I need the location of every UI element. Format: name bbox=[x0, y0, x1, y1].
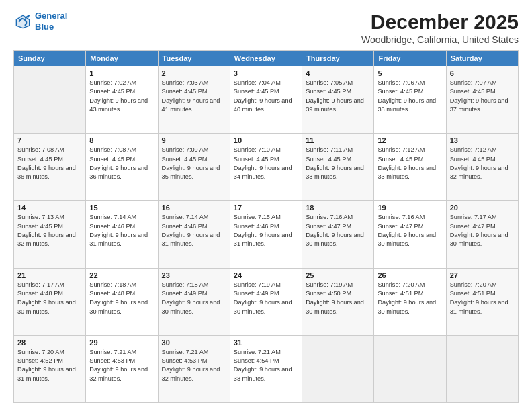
day-number: 21 bbox=[17, 271, 82, 279]
sunset: Sunset: 4:45 PM bbox=[378, 87, 442, 96]
day-number: 17 bbox=[234, 203, 298, 212]
table-row: 15 Sunrise: 7:14 AM Sunset: 4:46 PM Dayl… bbox=[86, 201, 158, 268]
day-number: 3 bbox=[234, 69, 298, 77]
main-title: December 2025 bbox=[361, 11, 519, 33]
calendar-header-row: Sunday Monday Tuesday Wednesday Thursday… bbox=[14, 51, 519, 66]
daylight: Daylight: 9 hours and 31 minutes. bbox=[450, 298, 515, 316]
logo-line2: Blue bbox=[35, 21, 54, 32]
sunset: Sunset: 4:53 PM bbox=[89, 357, 154, 365]
daylight: Daylight: 9 hours and 38 minutes. bbox=[378, 97, 442, 115]
sunrise: Sunrise: 7:13 AM bbox=[17, 213, 82, 222]
day-number: 10 bbox=[234, 136, 298, 144]
sunrise: Sunrise: 7:06 AM bbox=[378, 79, 442, 87]
day-info: Sunrise: 7:06 AM Sunset: 4:45 PM Dayligh… bbox=[378, 79, 442, 114]
sunrise: Sunrise: 7:18 AM bbox=[89, 281, 154, 289]
daylight: Daylight: 9 hours and 40 minutes. bbox=[234, 97, 298, 115]
sunrise: Sunrise: 7:11 AM bbox=[306, 146, 370, 154]
day-info: Sunrise: 7:21 AM Sunset: 4:53 PM Dayligh… bbox=[162, 348, 226, 383]
day-number: 2 bbox=[162, 69, 226, 77]
col-saturday: Saturday bbox=[446, 51, 518, 66]
table-row: 2 Sunrise: 7:03 AM Sunset: 4:45 PM Dayli… bbox=[158, 66, 230, 134]
col-wednesday: Wednesday bbox=[230, 51, 302, 66]
day-number: 22 bbox=[89, 271, 154, 279]
day-info: Sunrise: 7:08 AM Sunset: 4:45 PM Dayligh… bbox=[89, 146, 154, 181]
sunrise: Sunrise: 7:20 AM bbox=[450, 281, 515, 289]
daylight: Daylight: 9 hours and 30 minutes. bbox=[306, 231, 370, 249]
day-number: 15 bbox=[89, 203, 154, 212]
sunset: Sunset: 4:49 PM bbox=[234, 289, 298, 298]
sunrise: Sunrise: 7:17 AM bbox=[17, 281, 82, 289]
daylight: Daylight: 9 hours and 36 minutes. bbox=[17, 164, 82, 182]
day-info: Sunrise: 7:02 AM Sunset: 4:45 PM Dayligh… bbox=[89, 79, 154, 114]
col-tuesday: Tuesday bbox=[158, 51, 230, 66]
table-row: 20 Sunrise: 7:17 AM Sunset: 4:47 PM Dayl… bbox=[446, 201, 518, 268]
daylight: Daylight: 9 hours and 43 minutes. bbox=[89, 97, 154, 115]
table-row: 19 Sunrise: 7:16 AM Sunset: 4:47 PM Dayl… bbox=[374, 201, 446, 268]
daylight: Daylight: 9 hours and 33 minutes. bbox=[234, 365, 298, 383]
sunset: Sunset: 4:45 PM bbox=[306, 87, 370, 96]
sunset: Sunset: 4:45 PM bbox=[234, 87, 298, 96]
table-row: 18 Sunrise: 7:16 AM Sunset: 4:47 PM Dayl… bbox=[302, 201, 374, 268]
day-number: 9 bbox=[162, 136, 226, 144]
daylight: Daylight: 9 hours and 32 minutes. bbox=[89, 365, 154, 383]
daylight: Daylight: 9 hours and 32 minutes. bbox=[17, 231, 82, 249]
sunrise: Sunrise: 7:20 AM bbox=[378, 281, 442, 289]
table-row: 1 Sunrise: 7:02 AM Sunset: 4:45 PM Dayli… bbox=[86, 66, 158, 134]
daylight: Daylight: 9 hours and 31 minutes. bbox=[17, 365, 82, 383]
table-row bbox=[374, 335, 446, 402]
day-info: Sunrise: 7:03 AM Sunset: 4:45 PM Dayligh… bbox=[162, 79, 226, 114]
day-info: Sunrise: 7:19 AM Sunset: 4:49 PM Dayligh… bbox=[234, 281, 298, 316]
daylight: Daylight: 9 hours and 41 minutes. bbox=[162, 97, 226, 115]
sunrise: Sunrise: 7:12 AM bbox=[378, 146, 442, 154]
daylight: Daylight: 9 hours and 33 minutes. bbox=[378, 164, 442, 182]
day-number: 24 bbox=[234, 271, 298, 279]
day-info: Sunrise: 7:18 AM Sunset: 4:48 PM Dayligh… bbox=[89, 281, 154, 316]
sunrise: Sunrise: 7:12 AM bbox=[450, 146, 515, 154]
day-number: 8 bbox=[89, 136, 154, 144]
table-row: 11 Sunrise: 7:11 AM Sunset: 4:45 PM Dayl… bbox=[302, 134, 374, 201]
sunset: Sunset: 4:51 PM bbox=[450, 289, 515, 298]
day-info: Sunrise: 7:21 AM Sunset: 4:53 PM Dayligh… bbox=[89, 348, 154, 383]
daylight: Daylight: 9 hours and 37 minutes. bbox=[450, 97, 515, 115]
subtitle: Woodbridge, California, United States bbox=[361, 34, 519, 45]
daylight: Daylight: 9 hours and 35 minutes. bbox=[162, 164, 226, 182]
day-number: 27 bbox=[450, 271, 515, 279]
daylight: Daylight: 9 hours and 36 minutes. bbox=[89, 164, 154, 182]
sunrise: Sunrise: 7:04 AM bbox=[234, 79, 298, 87]
table-row: 29 Sunrise: 7:21 AM Sunset: 4:53 PM Dayl… bbox=[86, 335, 158, 402]
day-number: 31 bbox=[234, 338, 298, 347]
day-info: Sunrise: 7:21 AM Sunset: 4:54 PM Dayligh… bbox=[234, 348, 298, 383]
day-info: Sunrise: 7:12 AM Sunset: 4:45 PM Dayligh… bbox=[378, 146, 442, 181]
sunrise: Sunrise: 7:08 AM bbox=[17, 146, 82, 154]
sunset: Sunset: 4:50 PM bbox=[306, 289, 370, 298]
day-info: Sunrise: 7:14 AM Sunset: 4:46 PM Dayligh… bbox=[89, 213, 154, 248]
table-row: 23 Sunrise: 7:18 AM Sunset: 4:49 PM Dayl… bbox=[158, 268, 230, 335]
day-info: Sunrise: 7:19 AM Sunset: 4:50 PM Dayligh… bbox=[306, 281, 370, 316]
logo-icon bbox=[13, 12, 32, 31]
sunrise: Sunrise: 7:14 AM bbox=[162, 213, 226, 222]
col-friday: Friday bbox=[374, 51, 446, 66]
day-info: Sunrise: 7:16 AM Sunset: 4:47 PM Dayligh… bbox=[378, 213, 442, 248]
page: General Blue December 2025 Woodbridge, C… bbox=[0, 0, 532, 411]
col-sunday: Sunday bbox=[14, 51, 86, 66]
day-number: 1 bbox=[89, 69, 154, 77]
sunset: Sunset: 4:54 PM bbox=[234, 357, 298, 365]
day-info: Sunrise: 7:12 AM Sunset: 4:45 PM Dayligh… bbox=[450, 146, 515, 181]
sunset: Sunset: 4:45 PM bbox=[234, 155, 298, 164]
daylight: Daylight: 9 hours and 32 minutes. bbox=[450, 164, 515, 182]
day-info: Sunrise: 7:07 AM Sunset: 4:45 PM Dayligh… bbox=[450, 79, 515, 114]
sunset: Sunset: 4:45 PM bbox=[450, 155, 515, 164]
day-number: 29 bbox=[89, 338, 154, 347]
sunrise: Sunrise: 7:21 AM bbox=[162, 348, 226, 357]
day-number: 13 bbox=[450, 136, 515, 144]
sunrise: Sunrise: 7:19 AM bbox=[234, 281, 298, 289]
sunset: Sunset: 4:52 PM bbox=[17, 357, 82, 365]
sunrise: Sunrise: 7:21 AM bbox=[234, 348, 298, 357]
sunrise: Sunrise: 7:03 AM bbox=[162, 79, 226, 87]
daylight: Daylight: 9 hours and 30 minutes. bbox=[162, 298, 226, 316]
sunset: Sunset: 4:46 PM bbox=[89, 222, 154, 231]
daylight: Daylight: 9 hours and 33 minutes. bbox=[306, 164, 370, 182]
sunset: Sunset: 4:48 PM bbox=[17, 289, 82, 298]
table-row bbox=[446, 335, 518, 402]
table-row bbox=[14, 66, 86, 134]
